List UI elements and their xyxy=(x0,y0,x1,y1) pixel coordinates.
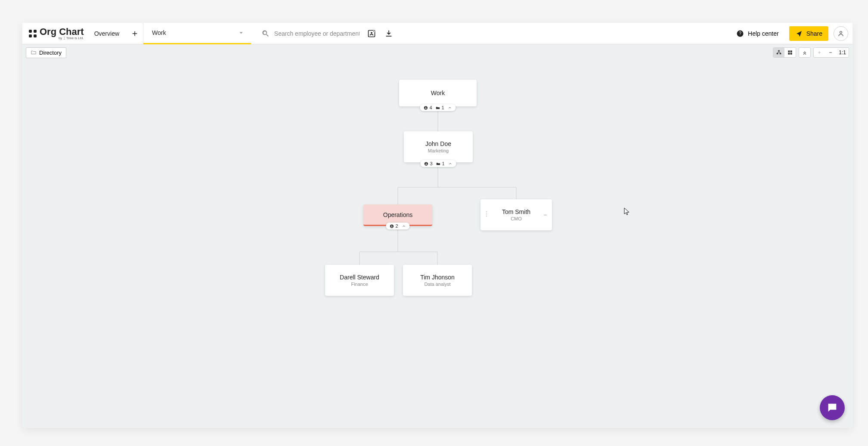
svg-point-30 xyxy=(486,216,487,217)
chat-fab[interactable] xyxy=(820,395,845,420)
view-grid-button[interactable] xyxy=(784,48,796,57)
svg-point-27 xyxy=(391,225,392,226)
node-tim[interactable]: Tim Jhonson Data analyst xyxy=(403,265,472,296)
download-button[interactable] xyxy=(380,25,397,42)
node-john-depts: 1 xyxy=(442,161,445,166)
svg-rect-11 xyxy=(788,53,790,55)
node-john-pill[interactable]: 3 1 xyxy=(420,160,456,167)
add-person-icon xyxy=(367,29,376,38)
svg-point-25 xyxy=(426,163,427,164)
svg-point-22 xyxy=(424,106,428,109)
svg-rect-12 xyxy=(790,53,792,55)
tree-icon xyxy=(776,50,782,56)
chevron-up-icon xyxy=(402,224,406,229)
connectors xyxy=(22,58,852,428)
node-operations-pill[interactable]: 2 xyxy=(386,223,409,229)
view-controls: 1:1 xyxy=(773,47,849,58)
zoom-in-button[interactable] xyxy=(814,48,825,57)
node-john-title: John Doe xyxy=(425,140,451,147)
mouse-cursor xyxy=(624,208,630,215)
download-icon xyxy=(384,29,393,38)
person-icon xyxy=(389,224,394,229)
node-john[interactable]: John Doe Marketing 3 1 xyxy=(404,131,473,162)
svg-rect-10 xyxy=(790,50,792,52)
zoom-level: 1:1 xyxy=(836,48,849,57)
grid-icon xyxy=(787,50,793,56)
app-window: Org Chart by ⌶ Time is Ltd. Overview Wor… xyxy=(22,23,852,428)
node-tom-collapse[interactable]: – xyxy=(544,212,547,218)
add-person-button[interactable] xyxy=(363,25,380,42)
logo-text: Org Chart by ⌶ Time is Ltd. xyxy=(40,27,84,40)
svg-point-1 xyxy=(371,32,372,34)
node-tom-title: Tom Smith xyxy=(502,208,530,215)
brand-logo[interactable]: Org Chart by ⌶ Time is Ltd. xyxy=(27,27,87,40)
node-operations-people: 2 xyxy=(395,223,398,229)
workspace-dropdown[interactable]: Work xyxy=(143,23,251,44)
svg-point-29 xyxy=(486,214,487,215)
add-button[interactable] xyxy=(126,23,143,44)
svg-point-28 xyxy=(486,211,487,213)
node-tim-title: Tim Jhonson xyxy=(420,274,455,281)
search-block xyxy=(251,29,363,38)
node-work-people: 4 xyxy=(429,105,432,110)
folder-small-icon xyxy=(436,105,440,110)
svg-rect-8 xyxy=(780,53,781,54)
subbar: Directory xyxy=(22,44,852,58)
plus-small-icon xyxy=(816,50,822,56)
share-icon xyxy=(795,30,803,37)
user-icon xyxy=(837,30,845,37)
svg-point-24 xyxy=(425,162,428,165)
node-darell-title: Darell Steward xyxy=(340,274,379,281)
share-label: Share xyxy=(806,30,822,37)
directory-label: Directory xyxy=(39,50,62,56)
node-work-depts: 1 xyxy=(442,105,444,110)
node-work-pill[interactable]: 4 1 xyxy=(420,104,456,111)
folder-icon xyxy=(31,50,37,56)
svg-point-5 xyxy=(840,31,842,33)
node-darell[interactable]: Darell Steward Finance xyxy=(325,265,394,296)
node-operations[interactable]: Operations 2 xyxy=(363,204,432,226)
node-work-title: Work xyxy=(431,90,445,96)
account-button[interactable] xyxy=(834,26,848,41)
help-icon: ? xyxy=(736,29,744,38)
person-icon xyxy=(424,161,428,166)
directory-button[interactable]: Directory xyxy=(26,47,66,58)
zoom-group: 1:1 xyxy=(813,47,849,58)
help-center-label: Help center xyxy=(748,30,779,37)
svg-rect-7 xyxy=(777,53,778,54)
zoom-out-button[interactable] xyxy=(825,48,836,57)
search-icon xyxy=(261,29,270,38)
view-mode-group xyxy=(773,47,796,58)
node-tom[interactable]: Tom Smith CMO – xyxy=(480,199,552,230)
node-operations-title: Operations xyxy=(383,211,412,218)
chat-icon xyxy=(826,402,838,414)
svg-point-26 xyxy=(390,224,394,228)
svg-point-23 xyxy=(425,107,426,108)
nav-overview[interactable]: Overview xyxy=(87,23,126,44)
node-work[interactable]: Work 4 1 xyxy=(399,80,477,106)
svg-rect-9 xyxy=(788,50,790,52)
minus-small-icon xyxy=(828,50,834,56)
collapse-all-button[interactable] xyxy=(799,48,810,57)
node-john-people: 3 xyxy=(430,161,432,166)
chevron-down-icon xyxy=(237,29,245,37)
plus-icon xyxy=(131,30,139,37)
node-tom-subtitle: CMO xyxy=(511,216,522,221)
node-john-subtitle: Marketing xyxy=(428,148,449,153)
chevron-up-icon xyxy=(448,105,453,110)
collapse-group xyxy=(799,47,811,58)
help-center-link[interactable]: ? Help center xyxy=(731,29,784,38)
person-icon xyxy=(423,105,428,110)
view-tree-button[interactable] xyxy=(773,48,784,57)
drag-handle-icon[interactable] xyxy=(485,211,488,219)
nav-overview-label: Overview xyxy=(94,30,119,37)
chart-canvas[interactable]: Work 4 1 John Doe Marketing 3 1 Operat xyxy=(22,58,852,428)
brand-tagline: by ⌶ Time is Ltd. xyxy=(40,37,84,40)
brand-name: Org Chart xyxy=(40,27,84,37)
svg-rect-6 xyxy=(778,50,780,52)
logo-icon xyxy=(28,29,37,38)
node-darell-subtitle: Finance xyxy=(351,282,368,287)
share-button[interactable]: Share xyxy=(789,26,828,41)
search-input[interactable] xyxy=(274,30,360,37)
topbar: Org Chart by ⌶ Time is Ltd. Overview Wor… xyxy=(22,23,852,44)
